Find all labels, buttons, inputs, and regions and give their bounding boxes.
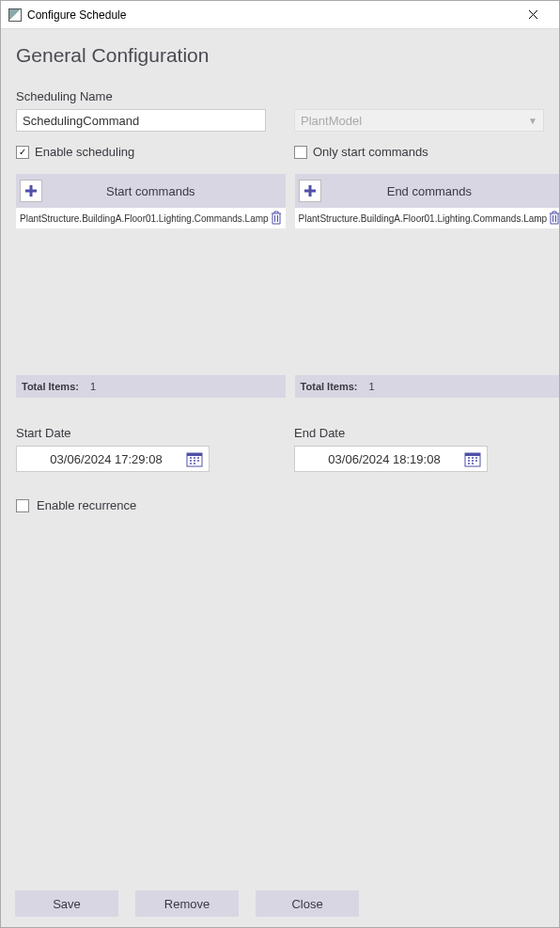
end-commands-title: End commands	[295, 184, 560, 198]
start-commands-list: PlantStructure.BuildingA.Floor01.Lightin…	[16, 208, 286, 375]
trash-icon[interactable]	[269, 211, 284, 226]
start-commands-header: Start commands	[16, 174, 286, 208]
start-date-label: Start Date	[16, 426, 266, 440]
titlebar: Configure Schedule	[1, 1, 559, 29]
calendar-icon[interactable]	[186, 450, 203, 467]
end-date-input[interactable]: 03/06/2024 18:19:08	[294, 446, 488, 472]
save-button[interactable]: Save	[15, 890, 118, 917]
svg-rect-3	[465, 453, 480, 456]
enable-recurrence-checkbox[interactable]	[16, 499, 29, 512]
scheduling-name-input[interactable]	[16, 109, 266, 132]
end-date-label: End Date	[294, 426, 544, 440]
start-total-count: 1	[90, 381, 96, 392]
command-path: PlantStructure.BuildingA.Floor01.Lightin…	[299, 213, 548, 224]
svg-rect-1	[187, 453, 202, 456]
close-button[interactable]: Close	[256, 890, 359, 917]
model-dropdown[interactable]: PlantModel ▼	[294, 109, 544, 132]
enable-scheduling-label: Enable scheduling	[35, 145, 134, 159]
enable-recurrence-label: Enable recurrence	[37, 498, 136, 512]
chevron-down-icon: ▼	[528, 116, 537, 126]
add-end-command-button[interactable]	[299, 180, 321, 202]
end-total-bar: Total Items: 1	[295, 375, 560, 398]
start-date-value: 03/06/2024 17:29:08	[26, 452, 186, 466]
trash-icon[interactable]	[547, 211, 560, 226]
start-commands-title: Start commands	[16, 184, 286, 198]
close-icon[interactable]	[514, 2, 552, 28]
footer: Save Remove Close	[15, 890, 359, 917]
command-path: PlantStructure.BuildingA.Floor01.Lightin…	[20, 213, 269, 224]
end-commands-list: PlantStructure.BuildingA.Floor01.Lightin…	[295, 208, 560, 375]
app-icon	[8, 8, 22, 22]
scheduling-name-label: Scheduling Name	[16, 89, 266, 103]
enable-scheduling-checkbox[interactable]: ✓	[16, 146, 29, 159]
window-title: Configure Schedule	[27, 8, 514, 22]
list-item[interactable]: PlantStructure.BuildingA.Floor01.Lightin…	[295, 208, 560, 228]
page-title: General Configuration	[16, 44, 544, 67]
end-total-count: 1	[369, 381, 375, 392]
only-start-label: Only start commands	[313, 145, 428, 159]
plus-icon	[303, 183, 318, 198]
model-dropdown-value: PlantModel	[301, 114, 362, 128]
plus-icon	[23, 183, 39, 198]
add-start-command-button[interactable]	[20, 180, 42, 202]
end-commands-header: End commands	[295, 174, 560, 208]
remove-button[interactable]: Remove	[135, 890, 239, 917]
list-item[interactable]: PlantStructure.BuildingA.Floor01.Lightin…	[16, 208, 286, 228]
calendar-icon[interactable]	[464, 450, 481, 467]
start-total-label: Total Items:	[22, 381, 79, 392]
end-total-label: Total Items:	[301, 381, 358, 392]
start-date-input[interactable]: 03/06/2024 17:29:08	[16, 446, 210, 472]
only-start-checkbox[interactable]	[294, 146, 307, 159]
end-date-value: 03/06/2024 18:19:08	[304, 452, 464, 466]
start-total-bar: Total Items: 1	[16, 375, 286, 398]
